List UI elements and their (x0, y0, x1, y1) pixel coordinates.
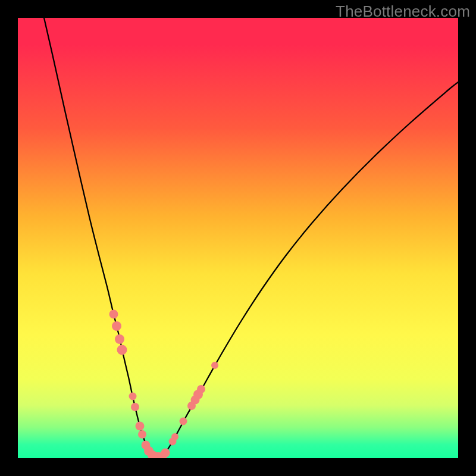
chart-svg (18, 18, 458, 458)
data-point-dot (109, 310, 118, 319)
data-point-dot (112, 321, 121, 331)
bottleneck-curve (44, 18, 458, 457)
data-point-dot (138, 430, 146, 439)
gradient-plot-area (18, 18, 458, 458)
data-point-dot (131, 403, 139, 411)
watermark-text: TheBottleneck.com (336, 2, 470, 21)
data-point-dot (171, 433, 178, 440)
outer-frame: TheBottleneck.com (0, 0, 476, 476)
data-point-dot (161, 449, 170, 458)
data-point-dot (180, 418, 187, 425)
highlighted-points-group (109, 310, 219, 459)
data-point-dot (136, 422, 145, 431)
data-point-dot (115, 334, 124, 344)
data-point-dot (211, 362, 218, 369)
data-point-dot (197, 385, 205, 393)
data-point-dot (129, 393, 137, 400)
data-point-dot (117, 345, 127, 355)
